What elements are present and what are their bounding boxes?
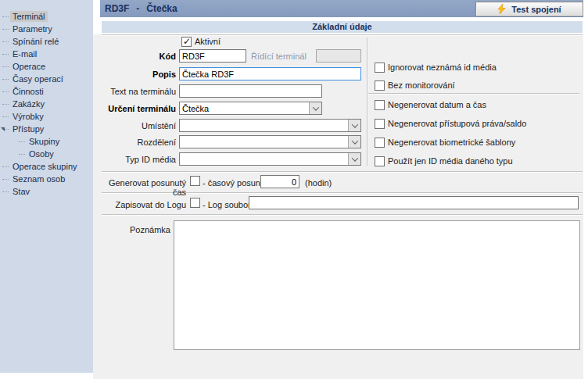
division-select[interactable] bbox=[179, 135, 361, 148]
option-label: Použít jen ID média daného typu bbox=[388, 156, 513, 166]
tree-connector bbox=[19, 141, 25, 142]
sidebar-item-spinani-rele[interactable]: Spínání relé bbox=[0, 35, 93, 48]
tree-connector bbox=[2, 66, 9, 67]
sidebar-item-operace[interactable]: Operace bbox=[0, 60, 93, 73]
sidebar-item-label: Činnosti bbox=[10, 86, 46, 97]
tree-connector bbox=[2, 104, 9, 105]
tree-connector bbox=[19, 154, 25, 155]
note-textarea[interactable] bbox=[174, 220, 580, 350]
sidebar-item-vyrobky[interactable]: Výrobky bbox=[0, 110, 93, 123]
terminal-purpose-select[interactable]: Čtečka bbox=[179, 102, 322, 115]
option-label: Ignorovat neznámá id média bbox=[388, 63, 497, 72]
sidebar-item-casy-operaci[interactable]: Časy operací bbox=[0, 73, 93, 85]
chevron-down-icon[interactable] bbox=[348, 120, 360, 131]
lightning-icon bbox=[497, 4, 506, 14]
sidebar-item-parametry[interactable]: Parametry bbox=[0, 23, 93, 35]
header-code: RD3F bbox=[105, 3, 129, 14]
code-input[interactable] bbox=[179, 49, 246, 63]
tree-connector bbox=[2, 79, 9, 80]
sidebar-item-zakazky[interactable]: Zakázky bbox=[0, 98, 93, 110]
sidebar-item-seznam-osob[interactable]: Seznam osob bbox=[0, 173, 93, 185]
page-title: Čtečka bbox=[146, 3, 177, 14]
active-checkbox[interactable] bbox=[181, 37, 192, 47]
chevron-down-icon[interactable] bbox=[348, 136, 360, 148]
no-generate-biometric-templates-checkbox[interactable] bbox=[375, 138, 385, 148]
sidebar-item-operace-skupiny[interactable]: Operace skupiny bbox=[0, 160, 93, 173]
option-row: Bez monitorování bbox=[375, 80, 455, 91]
division-label: Rozdělení bbox=[92, 138, 176, 147]
log-write-checkbox[interactable] bbox=[190, 198, 200, 208]
use-only-typed-media-checkbox[interactable] bbox=[375, 156, 385, 166]
sidebar-item-label: Časy operací bbox=[10, 73, 66, 84]
chevron-down-icon[interactable] bbox=[348, 153, 360, 165]
location-select[interactable] bbox=[179, 119, 361, 132]
terminal-purpose-label: Určení terminálu bbox=[92, 104, 176, 113]
sidebar-item-terminal[interactable]: Terminál bbox=[0, 10, 93, 23]
description-input[interactable] bbox=[179, 67, 361, 80]
note-label: Poznámka bbox=[92, 225, 170, 234]
location-label: Umístění bbox=[92, 121, 176, 131]
sidebar-item-label: Seznam osob bbox=[10, 173, 67, 184]
log-file-input[interactable] bbox=[249, 196, 579, 209]
no-generate-datetime-checkbox[interactable] bbox=[375, 100, 385, 110]
code-label: Kód bbox=[92, 52, 176, 61]
sidebar-item-label: Operace skupiny bbox=[10, 161, 80, 172]
section-title: Základní údaje bbox=[102, 21, 583, 33]
tree-expander-icon[interactable] bbox=[1, 127, 5, 131]
sidebar-item-pristupy[interactable]: Přístupy bbox=[0, 123, 93, 135]
media-id-type-select[interactable] bbox=[179, 152, 361, 166]
tree-connector bbox=[2, 166, 9, 167]
tree-connector bbox=[2, 191, 9, 192]
time-shift-sublabel: - časový posun bbox=[203, 178, 261, 188]
test-connection-label: Test spojení bbox=[511, 5, 561, 14]
tree-connector bbox=[2, 29, 9, 30]
terminal-purpose-value: Čtečka bbox=[180, 104, 309, 113]
tree-connector bbox=[2, 179, 9, 180]
sidebar-item-stav[interactable]: Stav bbox=[0, 185, 93, 198]
sidebar-item-label: Výrobky bbox=[10, 111, 46, 122]
sidebar-tree: Terminál Parametry Spínání relé E-mail O… bbox=[0, 0, 93, 373]
sidebar-item-label: E-mail bbox=[10, 48, 39, 59]
option-label: Negenerovat přístupová práva/saldo bbox=[388, 119, 526, 128]
ignore-unknown-media-checkbox[interactable] bbox=[375, 63, 385, 73]
time-shift-input[interactable] bbox=[260, 175, 299, 188]
hours-suffix-label: (hodin) bbox=[305, 178, 344, 188]
sidebar-item-label: Stav bbox=[10, 186, 32, 197]
no-monitoring-checkbox[interactable] bbox=[375, 80, 385, 91]
tree-connector bbox=[2, 54, 9, 55]
tree-connector bbox=[2, 116, 9, 117]
log-write-label: Zapisovat do Logu bbox=[94, 200, 186, 209]
option-row: Negenerovat přístupová práva/saldo bbox=[375, 118, 526, 129]
description-label: Popis bbox=[92, 70, 176, 79]
sidebar-item-cinnosti[interactable]: Činnosti bbox=[0, 85, 93, 98]
shifted-time-checkbox[interactable] bbox=[190, 176, 200, 186]
column-divider bbox=[367, 38, 368, 166]
shifted-time-label: Generovat posunutý čas bbox=[94, 178, 186, 197]
active-label: Aktivní bbox=[195, 37, 220, 46]
no-generate-access-rights-checkbox[interactable] bbox=[375, 119, 385, 129]
option-label: Negenerovat biometrické šablony bbox=[388, 138, 515, 147]
master-terminal-label: Řídící terminál bbox=[251, 52, 314, 61]
test-connection-button[interactable]: Test spojení bbox=[475, 2, 583, 16]
header-separator: - bbox=[136, 3, 139, 14]
option-row: Ignorovat neznámá id média bbox=[375, 62, 497, 73]
sidebar-item-osoby[interactable]: Osoby bbox=[0, 148, 93, 160]
sidebar-item-email[interactable]: E-mail bbox=[0, 48, 93, 60]
sidebar-item-skupiny[interactable]: Skupiny bbox=[0, 135, 93, 148]
terminal-text-input[interactable] bbox=[179, 84, 322, 98]
option-row: Použít jen ID média daného typu bbox=[375, 156, 513, 166]
sidebar-item-label: Parametry bbox=[10, 23, 55, 34]
sidebar-item-label: Operace bbox=[10, 61, 48, 72]
option-label: Bez monitorování bbox=[388, 80, 455, 90]
option-label: Negenerovat datum a čas bbox=[388, 100, 486, 109]
tree-connector bbox=[2, 16, 9, 17]
sidebar-item-label: Přístupy bbox=[10, 123, 46, 134]
tree-connector bbox=[2, 91, 9, 92]
tree-connector bbox=[2, 41, 9, 42]
sidebar-item-label: Zakázky bbox=[10, 98, 47, 109]
app-window: Terminál Parametry Spínání relé E-mail O… bbox=[0, 0, 588, 379]
sidebar-item-label: Terminál bbox=[10, 11, 48, 22]
option-row: Negenerovat datum a čas bbox=[375, 99, 486, 110]
chevron-down-icon[interactable] bbox=[309, 102, 321, 114]
divider bbox=[102, 171, 583, 173]
